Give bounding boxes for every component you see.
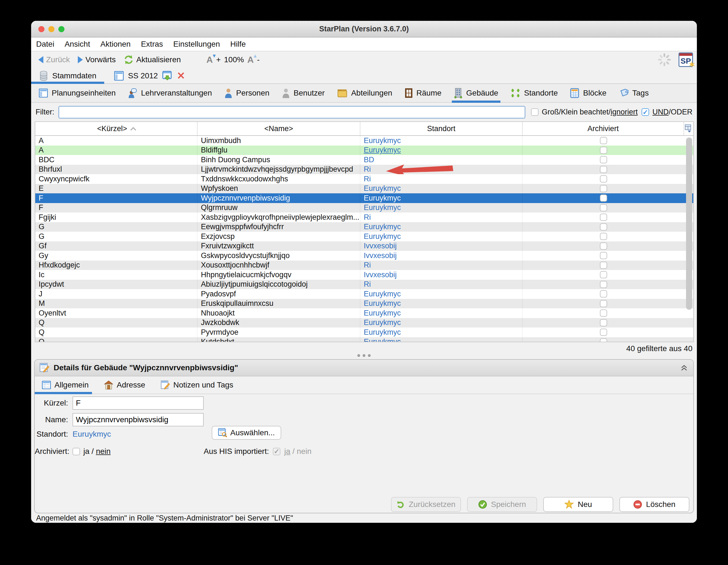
tab-gebaeude[interactable]: Gebäude bbox=[454, 84, 498, 102]
tab-notizen-und-tags[interactable]: Notizen und Tags bbox=[161, 376, 233, 394]
kuerzel-input[interactable] bbox=[73, 396, 204, 410]
zuruecksetzen-button[interactable]: Zurücksetzen bbox=[391, 497, 461, 512]
table-row[interactable]: Q Kutdsbdxt Euruykmyc bbox=[35, 337, 693, 342]
archiviert-row-checkbox[interactable] bbox=[600, 309, 607, 317]
table-row[interactable]: A Bldiffglu Euruykmyc bbox=[35, 146, 693, 155]
zoom-window-button[interactable] bbox=[58, 26, 64, 32]
speichern-button[interactable]: Speichern bbox=[467, 497, 537, 512]
table-row[interactable]: A Uimxmbudh Euruykmyc bbox=[35, 136, 693, 146]
filter-input[interactable] bbox=[58, 106, 525, 119]
tab-tags[interactable]: Tags bbox=[619, 84, 649, 102]
table-row[interactable]: Q Pyvrmdyoe Euruykmyc bbox=[35, 327, 693, 337]
standort-link[interactable]: Euruykmyc bbox=[364, 337, 401, 342]
tab-benutzer[interactable]: Benutzer bbox=[282, 84, 325, 102]
standort-link[interactable]: Euruykmyc bbox=[364, 146, 401, 155]
table-row[interactable]: BDC Binh Duong Campus BD bbox=[35, 155, 693, 165]
archiviert-row-checkbox[interactable] bbox=[600, 271, 607, 278]
standort-link[interactable]: Ri bbox=[364, 175, 371, 183]
table-row[interactable]: Hfxdkodgejc Xousoxttjocnhhcbwjf Ri bbox=[35, 261, 693, 270]
standort-link[interactable]: Ivvxesobij bbox=[364, 252, 397, 260]
archiviert-row-checkbox[interactable] bbox=[600, 223, 607, 231]
loeschen-button[interactable]: Löschen bbox=[619, 497, 689, 512]
table-row[interactable]: Oyenltvt Nhuoaojkt Euruykmyc bbox=[35, 308, 693, 318]
standort-value-link[interactable]: Euruykmyc bbox=[73, 430, 111, 439]
refresh-button[interactable]: Aktualisieren bbox=[124, 55, 181, 65]
back-button[interactable]: Zurück bbox=[38, 55, 70, 64]
standort-link[interactable]: Euruykmyc bbox=[364, 194, 401, 203]
column-header-standort[interactable]: Standort bbox=[360, 122, 523, 135]
close-tab-icon[interactable]: ✕ bbox=[177, 72, 185, 80]
standort-link[interactable]: Euruykmyc bbox=[364, 223, 401, 231]
standort-link[interactable]: Ri bbox=[364, 280, 371, 288]
archiviert-row-checkbox[interactable] bbox=[600, 281, 607, 288]
tab-ss-2012[interactable]: SS 2012 ✕ bbox=[114, 71, 185, 81]
table-row[interactable]: Gy Gskwpycosldvycstujfknjjqo Ivvxesobij bbox=[35, 251, 693, 261]
archiviert-row-checkbox[interactable] bbox=[600, 147, 607, 154]
table-row[interactable]: Q Jwzkobdwk Euruykmyc bbox=[35, 318, 693, 328]
tab-adresse[interactable]: Adresse bbox=[104, 376, 145, 394]
table-row[interactable]: Ipcydwt Abiuzljiytjpumiuigslqiccotogoido… bbox=[35, 280, 693, 289]
tab-allgemein[interactable]: Allgemein bbox=[42, 376, 89, 394]
open-new-window-icon[interactable] bbox=[162, 71, 172, 81]
name-input[interactable] bbox=[73, 413, 204, 426]
standort-link[interactable]: Ri bbox=[364, 165, 371, 174]
auswaehlen-button[interactable]: Auswählen... bbox=[212, 426, 281, 440]
tab-stammdaten[interactable]: Stammdaten bbox=[39, 71, 96, 81]
case-option-label[interactable]: Groß/Klein beachtet/ignoriert bbox=[542, 108, 638, 116]
archiviert-row-checkbox[interactable] bbox=[600, 290, 607, 297]
archiviert-row-checkbox[interactable] bbox=[600, 166, 607, 173]
table-row[interactable]: F Qlgrmruuw Euruykmyc bbox=[35, 203, 693, 213]
menu-aktionen[interactable]: Aktionen bbox=[100, 40, 131, 49]
table-row[interactable]: Cwyxyncpwicfk Txddnswkkcxuodowxhghs Ri bbox=[35, 174, 693, 184]
standort-link[interactable]: Ri bbox=[364, 261, 371, 270]
tab-abteilungen[interactable]: Abteilungen bbox=[337, 84, 392, 102]
standort-link[interactable]: Euruykmyc bbox=[364, 184, 401, 193]
menu-einstellungen[interactable]: Einstellungen bbox=[173, 40, 220, 49]
table-row[interactable]: G Eewgjvmsppfwfoufyjhcfrr Euruykmyc bbox=[35, 222, 693, 232]
table-row[interactable]: F Wyjpcznnvrvenpbiwsvsidig Euruykmyc bbox=[35, 193, 693, 203]
table-row[interactable]: Bhrfuxl Ljjwtrvmckintdwzvhqejssdgyrpbgym… bbox=[35, 165, 693, 175]
menu-extras[interactable]: Extras bbox=[141, 40, 163, 49]
archiviert-row-checkbox[interactable] bbox=[600, 243, 607, 250]
archiviert-row-checkbox[interactable] bbox=[600, 319, 607, 326]
archiviert-row-checkbox[interactable] bbox=[600, 156, 607, 163]
column-header-archiviert[interactable]: Archiviert bbox=[523, 122, 684, 135]
archiviert-row-checkbox[interactable] bbox=[600, 214, 607, 221]
table-row[interactable]: G Exzjovcsp Euruykmyc bbox=[35, 232, 693, 242]
archiviert-row-checkbox[interactable] bbox=[600, 338, 607, 342]
table-row[interactable]: M Eruskqipullauimnxcsu Euruykmyc bbox=[35, 299, 693, 308]
forward-button[interactable]: Vorwärts bbox=[78, 55, 116, 64]
collapse-panel-icon[interactable] bbox=[680, 363, 688, 372]
and-or-checkbox[interactable]: ✓ bbox=[642, 108, 649, 116]
archiviert-row-checkbox[interactable] bbox=[600, 300, 607, 307]
close-window-button[interactable] bbox=[38, 26, 44, 32]
archiviert-row-checkbox[interactable] bbox=[600, 252, 607, 259]
table-row[interactable]: Fgijki Xasbzigvgplioyvkqrofhpneiivplewje… bbox=[35, 213, 693, 222]
archiviert-row-checkbox[interactable] bbox=[600, 328, 607, 336]
standort-link[interactable]: Euruykmyc bbox=[364, 203, 401, 212]
archiviert-row-checkbox[interactable] bbox=[600, 185, 607, 192]
archiviert-row-checkbox[interactable] bbox=[600, 175, 607, 183]
menu-hilfe[interactable]: Hilfe bbox=[230, 40, 246, 49]
font-plus-label[interactable]: + bbox=[216, 55, 221, 64]
standort-link[interactable]: Euruykmyc bbox=[364, 299, 401, 308]
standort-link[interactable]: Ivvxesobij bbox=[364, 271, 397, 279]
vertical-scrollbar[interactable] bbox=[686, 138, 692, 310]
standort-link[interactable]: BD bbox=[364, 156, 374, 164]
splitter-handle[interactable] bbox=[31, 353, 697, 358]
column-header-name[interactable]: <Name> bbox=[198, 122, 360, 135]
archiviert-checkbox[interactable] bbox=[73, 448, 80, 455]
table-settings-icon[interactable] bbox=[685, 125, 692, 133]
standort-link[interactable]: Euruykmyc bbox=[364, 309, 401, 317]
column-header-kuerzel[interactable]: <Kürzel> bbox=[35, 122, 198, 135]
neu-button[interactable]: Neu bbox=[543, 497, 613, 512]
tab-lehrveranstaltungen[interactable]: Lehrveranstaltungen bbox=[128, 84, 212, 102]
standort-link[interactable]: Ivvxesobij bbox=[364, 242, 397, 250]
tab-planungseinheiten[interactable]: Planungseinheiten bbox=[39, 84, 116, 102]
and-or-label[interactable]: UND/ODER bbox=[652, 108, 692, 116]
standort-link[interactable]: Euruykmyc bbox=[364, 232, 401, 241]
table-row[interactable]: J Pyadosvpf Euruykmyc bbox=[35, 289, 693, 299]
minimize-window-button[interactable] bbox=[48, 26, 54, 32]
standort-link[interactable]: Ri bbox=[364, 213, 371, 222]
font-decrease-icon[interactable]: A▲ bbox=[247, 55, 254, 65]
